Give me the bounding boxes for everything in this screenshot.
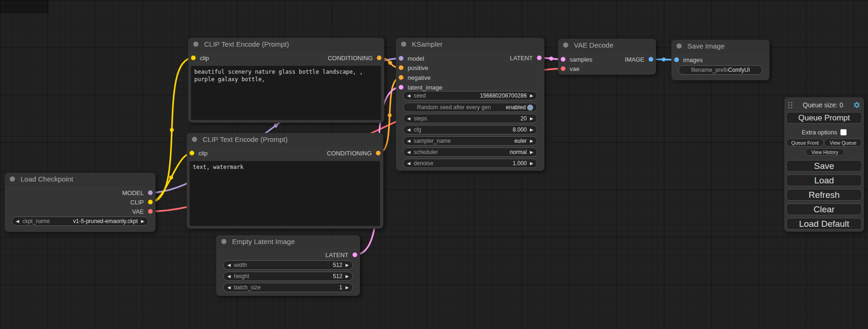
- input-port-images-icon[interactable]: [674, 57, 679, 62]
- load-default-button[interactable]: Load Default: [786, 218, 862, 230]
- output-port-model-icon[interactable]: [148, 190, 153, 195]
- input-port-positive-icon[interactable]: [399, 65, 403, 70]
- widget-random-seed-after-every-gen[interactable]: Random seed after every genenabled: [403, 103, 537, 112]
- output-port-image-icon[interactable]: [649, 57, 653, 62]
- increment-arrow-icon[interactable]: ▶: [346, 263, 349, 267]
- decrement-arrow-icon[interactable]: ◀: [407, 128, 410, 132]
- queue-prompt-button[interactable]: Queue Prompt: [786, 112, 862, 124]
- output-image: IMAGE: [558, 55, 656, 64]
- output-conditioning: CONDITIONING: [188, 53, 384, 63]
- graph-canvas[interactable]: Load CheckpointMODELCLIPVAE◀ckpt_namev1-…: [0, 0, 868, 329]
- widget-value: enabled: [506, 104, 526, 111]
- node-load-checkpoint[interactable]: Load CheckpointMODELCLIPVAE◀ckpt_namev1-…: [5, 173, 155, 232]
- output-port-clip-icon[interactable]: [148, 200, 153, 204]
- load-button[interactable]: Load: [786, 175, 862, 186]
- widget-seed[interactable]: ◀seed156680208700286▶: [403, 91, 537, 100]
- widget-label: height: [234, 273, 249, 280]
- gear-icon[interactable]: [853, 101, 861, 109]
- clear-button[interactable]: Clear: [786, 203, 862, 215]
- decrement-arrow-icon[interactable]: ◀: [407, 94, 410, 98]
- prompt-textarea[interactable]: beautiful scenery nature glass bottle la…: [191, 66, 381, 120]
- increment-arrow-icon[interactable]: ▶: [530, 139, 533, 143]
- node-title-bar[interactable]: Empty Latent Image: [216, 235, 360, 248]
- widget-label: ckpt_name: [22, 218, 50, 224]
- decrement-arrow-icon[interactable]: ◀: [227, 263, 231, 267]
- input-negative: negative: [396, 73, 544, 82]
- node-ksampler[interactable]: KSamplermodelpositivenegativelatent_imag…: [396, 38, 544, 171]
- collapse-dot-icon[interactable]: [221, 239, 226, 244]
- node-vae-decode[interactable]: VAE DecodesamplesvaeIMAGE: [558, 39, 656, 75]
- output-model: MODEL: [5, 188, 155, 197]
- drag-handle-icon[interactable]: [788, 101, 793, 109]
- increment-arrow-icon[interactable]: ▶: [530, 117, 533, 121]
- widget-filename_prefix[interactable]: filename_prefixComfyUI: [678, 65, 762, 75]
- port-label: MODEL: [122, 189, 144, 196]
- node-title-bar[interactable]: CLIP Text Encode (Prompt): [187, 133, 383, 146]
- output-port-conditioning-icon[interactable]: [377, 56, 381, 60]
- collapse-dot-icon[interactable]: [192, 137, 197, 142]
- widget-value: normal: [509, 149, 527, 155]
- widget-denoise[interactable]: ◀denoise1.000▶: [403, 159, 537, 168]
- toggle-icon[interactable]: [527, 105, 533, 111]
- node-empty-latent-image[interactable]: Empty Latent ImageLATENT◀width512▶◀heigh…: [216, 235, 360, 296]
- widget-height[interactable]: ◀height512▶: [223, 272, 353, 281]
- node-title: CLIP Text Encode (Prompt): [203, 135, 288, 143]
- refresh-button[interactable]: Refresh: [786, 189, 862, 201]
- node-title-bar[interactable]: KSampler: [396, 38, 544, 50]
- widget-ckpt_name[interactable]: ◀ckpt_namev1-5-pruned-emaonly.ckpt▶: [12, 217, 148, 226]
- increment-arrow-icon[interactable]: ▶: [346, 274, 349, 279]
- widget-scheduler[interactable]: ◀schedulernormal▶: [403, 147, 537, 157]
- decrement-arrow-icon[interactable]: ◀: [16, 219, 19, 224]
- collapse-dot-icon[interactable]: [193, 42, 198, 47]
- decrement-arrow-icon[interactable]: ◀: [227, 274, 231, 279]
- queue-front-button[interactable]: Queue Front: [786, 139, 824, 147]
- increment-arrow-icon[interactable]: ▶: [530, 161, 533, 166]
- node-title: Load Checkpoint: [21, 175, 73, 183]
- port-label: CONDITIONING: [327, 150, 372, 157]
- output-port-latent-icon[interactable]: [537, 56, 542, 60]
- node-clip-text-encode-negative[interactable]: CLIP Text Encode (Prompt)clipCONDITIONIN…: [187, 133, 383, 229]
- output-port-vae-icon[interactable]: [148, 209, 153, 214]
- decrement-arrow-icon[interactable]: ◀: [407, 161, 410, 166]
- input-port-latent_image-icon[interactable]: [399, 85, 403, 90]
- port-label: images: [683, 56, 703, 63]
- widget-width[interactable]: ◀width512▶: [223, 260, 353, 270]
- widget-cfg[interactable]: ◀cfg8.000▶: [403, 125, 537, 134]
- node-title: CLIP Text Encode (Prompt): [204, 40, 289, 48]
- port-label: vae: [570, 65, 579, 72]
- node-title-bar[interactable]: VAE Decode: [558, 39, 656, 51]
- decrement-arrow-icon[interactable]: ◀: [407, 150, 410, 154]
- collapse-dot-icon[interactable]: [563, 42, 568, 48]
- output-port-conditioning-icon[interactable]: [376, 151, 381, 155]
- collapse-dot-icon[interactable]: [677, 43, 682, 49]
- save-button[interactable]: Save: [786, 160, 862, 172]
- input-port-negative-icon[interactable]: [399, 75, 403, 80]
- node-clip-text-encode-positive[interactable]: CLIP Text Encode (Prompt)clipCONDITIONIN…: [188, 38, 384, 123]
- output-latent: LATENT: [216, 250, 360, 259]
- output-port-latent-icon[interactable]: [353, 252, 357, 257]
- widget-steps[interactable]: ◀steps20▶: [403, 114, 537, 123]
- collapse-dot-icon[interactable]: [401, 42, 406, 47]
- widget-sampler_name[interactable]: ◀sampler_nameeuler▶: [403, 136, 537, 146]
- decrement-arrow-icon[interactable]: ◀: [407, 117, 410, 121]
- increment-arrow-icon[interactable]: ▶: [530, 94, 533, 98]
- view-history-button[interactable]: View History: [805, 148, 844, 155]
- decrement-arrow-icon[interactable]: ◀: [407, 139, 410, 143]
- view-queue-button[interactable]: View Queue: [824, 139, 862, 147]
- node-title-bar[interactable]: CLIP Text Encode (Prompt): [188, 38, 384, 50]
- increment-arrow-icon[interactable]: ▶: [530, 150, 533, 154]
- widget-value: 1.000: [513, 160, 527, 167]
- increment-arrow-icon[interactable]: ▶: [141, 219, 144, 224]
- increment-arrow-icon[interactable]: ▶: [346, 286, 349, 290]
- extra-options-checkbox[interactable]: [840, 129, 847, 135]
- node-title-bar[interactable]: Load Checkpoint: [5, 173, 155, 185]
- node-title-bar[interactable]: Save Image: [671, 40, 769, 52]
- output-clip: CLIP: [5, 197, 155, 207]
- node-save-image[interactable]: Save Imageimagesfilename_prefixComfyUI: [671, 40, 769, 80]
- decrement-arrow-icon[interactable]: ◀: [227, 286, 231, 290]
- collapse-dot-icon[interactable]: [10, 176, 15, 182]
- prompt-textarea[interactable]: text, watermark: [190, 161, 380, 226]
- input-port-vae-icon[interactable]: [561, 66, 565, 71]
- widget-batch_size[interactable]: ◀batch_size1▶: [223, 283, 353, 292]
- increment-arrow-icon[interactable]: ▶: [530, 128, 533, 132]
